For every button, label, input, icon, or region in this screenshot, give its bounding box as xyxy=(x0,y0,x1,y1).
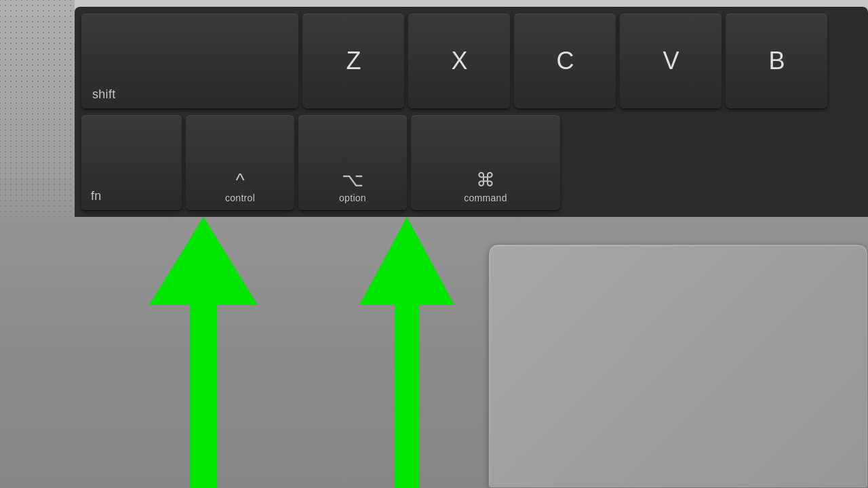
b-label: B xyxy=(768,47,784,75)
x-key[interactable]: X xyxy=(408,14,510,108)
control-content: ^ control xyxy=(225,169,255,203)
fn-key[interactable]: fn xyxy=(81,115,182,210)
c-label: C xyxy=(557,47,574,75)
z-label: Z xyxy=(347,47,361,75)
key-row-1: shift Z X C V B xyxy=(81,14,868,108)
shift-key[interactable]: shift xyxy=(81,14,298,108)
v-label: V xyxy=(663,47,678,75)
option-key[interactable]: ⌥ option xyxy=(298,115,407,210)
b-key[interactable]: B xyxy=(726,14,827,108)
arrow-to-option xyxy=(359,217,454,488)
control-symbol: ^ xyxy=(235,169,244,191)
command-content: ⌘ command xyxy=(464,169,507,203)
speaker-grille xyxy=(0,0,78,217)
svg-marker-3 xyxy=(359,217,454,305)
svg-rect-2 xyxy=(395,298,419,488)
shift-label: shift xyxy=(92,87,116,102)
fn-label: fn xyxy=(91,189,102,203)
c-key[interactable]: C xyxy=(514,14,616,108)
command-key[interactable]: ⌘ command xyxy=(411,115,560,210)
control-key[interactable]: ^ control xyxy=(186,115,294,210)
v-key[interactable]: V xyxy=(620,14,722,108)
key-row-2: fn ^ control ⌥ option ⌘ command xyxy=(81,115,560,210)
svg-rect-0 xyxy=(190,298,217,488)
option-label: option xyxy=(339,192,366,203)
svg-marker-1 xyxy=(149,217,258,305)
trackpad[interactable] xyxy=(488,244,868,488)
option-content: ⌥ option xyxy=(339,169,366,203)
command-label: command xyxy=(464,192,507,203)
scene: shift Z X C V B fn xyxy=(0,0,868,488)
z-key[interactable]: Z xyxy=(302,14,404,108)
keyboard-area: shift Z X C V B fn xyxy=(75,0,868,217)
control-label: control xyxy=(225,192,255,203)
x-label: X xyxy=(451,47,467,75)
arrow-to-control xyxy=(149,217,258,488)
command-symbol: ⌘ xyxy=(476,169,495,191)
option-symbol: ⌥ xyxy=(342,169,363,191)
